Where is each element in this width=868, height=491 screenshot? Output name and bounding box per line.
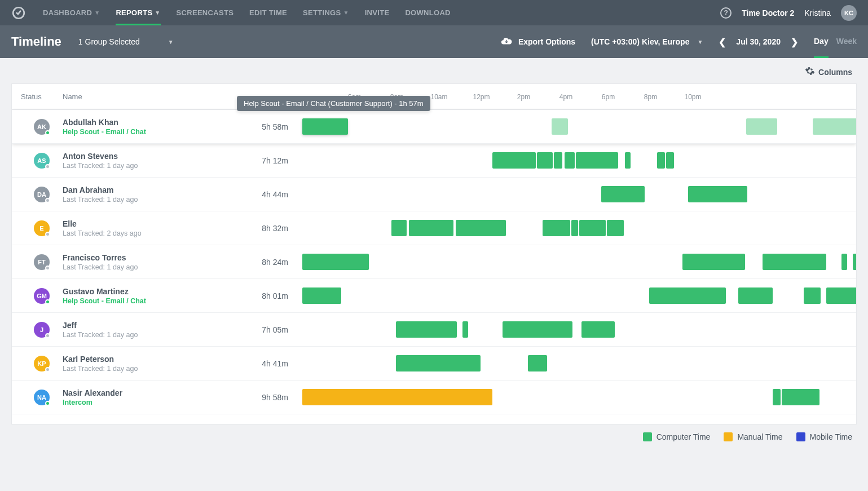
time-bar[interactable] — [738, 287, 773, 304]
table-row[interactable]: AKAbdullah KhanHelp Scout - Email / Chat… — [12, 110, 856, 144]
view-week-tab[interactable]: Week — [836, 37, 857, 47]
legend-computer: Computer Time — [643, 432, 711, 441]
time-bar[interactable] — [391, 220, 406, 236]
next-date-button[interactable]: ❯ — [791, 37, 798, 47]
time-bar[interactable] — [601, 186, 645, 202]
header-name[interactable]: Name — [63, 92, 221, 101]
user-name: Karl Peterson — [63, 355, 221, 364]
logo-icon[interactable] — [11, 6, 26, 20]
status-dot-icon — [45, 232, 50, 237]
time-bar[interactable] — [581, 321, 615, 338]
time-bar[interactable] — [396, 355, 481, 371]
time-bar[interactable] — [409, 220, 453, 236]
date-label[interactable]: Jul 30, 2020 — [736, 37, 781, 46]
legend: Computer Time Manual Time Mobile Time — [0, 428, 868, 449]
user-avatar: NA — [34, 390, 50, 405]
total-time: 7h 05m — [221, 325, 302, 334]
time-bar[interactable] — [528, 355, 547, 371]
time-bar[interactable] — [804, 287, 821, 304]
total-time: 7h 12m — [221, 156, 302, 165]
timezone-label: (UTC +03:00) Kiev, Europe — [591, 37, 689, 46]
user-name: Elle — [63, 219, 221, 228]
header-status[interactable]: Status — [12, 92, 63, 101]
user-avatar: GM — [34, 288, 50, 304]
total-time: 8h 24m — [221, 258, 302, 267]
nav-screencasts[interactable]: SCREENCASTS — [177, 0, 234, 25]
table-row[interactable]: EElleLast Tracked: 2 days ago8h 32m — [12, 211, 856, 245]
time-bar[interactable] — [554, 152, 562, 169]
user-name: Anton Stevens — [63, 152, 221, 161]
user-name[interactable]: Kristina — [804, 8, 831, 17]
prev-date-button[interactable]: ❮ — [719, 37, 726, 47]
time-bar[interactable] — [666, 152, 674, 169]
time-bar[interactable] — [688, 186, 748, 202]
time-bar[interactable] — [657, 152, 665, 169]
time-bar[interactable] — [773, 389, 781, 405]
time-bar[interactable] — [552, 118, 567, 135]
table-row[interactable]: DADan AbrahamLast Tracked: 1 day ago4h 4… — [12, 178, 856, 211]
nav-download[interactable]: DOWNLOAD — [405, 0, 450, 25]
user-name: Dan Abraham — [63, 185, 221, 194]
time-bar[interactable] — [607, 220, 624, 236]
time-bar[interactable] — [841, 254, 847, 270]
table-row[interactable]: GMGustavo MartinezHelp Scout - Email / C… — [12, 279, 856, 313]
nav-settings[interactable]: SETTINGS▼ — [303, 0, 349, 25]
time-bar[interactable] — [649, 287, 726, 304]
user-subtitle: Last Tracked: 2 days ago — [63, 229, 221, 237]
group-selector[interactable]: 1 Group Selected ▼ — [78, 37, 174, 46]
hour-label: 4pm — [545, 93, 587, 101]
time-bar[interactable] — [763, 254, 827, 270]
table-row[interactable]: JJeffLast Tracked: 1 day ago7h 05m — [12, 313, 856, 347]
time-bar[interactable] — [782, 389, 819, 405]
status-dot-icon — [45, 333, 50, 338]
time-bar[interactable] — [853, 254, 856, 270]
table-row[interactable]: NANasir AlexanderIntercom9h 58m — [12, 381, 856, 414]
time-bar[interactable] — [565, 152, 575, 169]
time-bar[interactable] — [543, 220, 570, 236]
timeline-cell — [302, 313, 856, 346]
user-avatar: AS — [34, 153, 50, 169]
help-icon[interactable]: ? — [720, 7, 732, 19]
time-bar[interactable] — [302, 389, 492, 405]
view-day-tab[interactable]: Day — [814, 37, 829, 47]
status-dot-icon — [45, 401, 50, 406]
time-bar[interactable] — [826, 287, 856, 304]
time-bar[interactable] — [302, 254, 369, 270]
table-row[interactable]: FTFrancisco TorresLast Tracked: 1 day ag… — [12, 245, 856, 279]
nav-reports[interactable]: REPORTS▼ — [116, 0, 160, 25]
time-bar[interactable] — [579, 220, 606, 236]
time-bar[interactable] — [456, 220, 506, 236]
time-bar[interactable] — [746, 118, 777, 135]
export-label: Export Options — [518, 37, 575, 46]
timezone-selector[interactable]: (UTC +03:00) Kiev, Europe ▼ — [591, 37, 703, 46]
total-time: 9h 58m — [221, 393, 302, 402]
nav-dashboard[interactable]: DASHBOARD▼ — [43, 0, 100, 25]
table-row[interactable]: ASAnton StevensLast Tracked: 1 day ago7h… — [12, 144, 856, 178]
table-row[interactable]: KPKarl PetersonLast Tracked: 1 day ago4h… — [12, 347, 856, 381]
time-bar[interactable] — [302, 287, 341, 304]
nav-invite[interactable]: INVITE — [365, 0, 390, 25]
legend-manual: Manual Time — [724, 432, 782, 441]
swatch-blue — [796, 432, 805, 441]
time-bar[interactable] — [302, 118, 348, 135]
chevron-down-icon: ▼ — [168, 39, 174, 45]
time-bar[interactable] — [503, 321, 572, 338]
total-time: 8h 01m — [221, 291, 302, 300]
time-bar[interactable] — [492, 152, 536, 169]
time-bar[interactable] — [571, 220, 578, 236]
time-bar[interactable] — [682, 254, 746, 270]
nav-edit time[interactable]: EDIT TIME — [249, 0, 287, 25]
time-bar[interactable] — [576, 152, 618, 169]
table-scroll-area[interactable]: Status Name 6am8am10am12pm2pm4pm6pm8pm10… — [12, 84, 856, 424]
user-avatar: DA — [34, 187, 50, 202]
columns-button[interactable]: Columns — [805, 66, 852, 78]
time-bar[interactable] — [396, 321, 457, 338]
time-bar[interactable] — [813, 118, 856, 135]
export-button[interactable]: Export Options — [500, 35, 575, 49]
user-avatar[interactable]: KC — [841, 5, 857, 21]
time-bar[interactable] — [537, 152, 553, 169]
status-dot-icon — [45, 367, 50, 372]
swatch-green — [643, 432, 652, 441]
time-bar[interactable] — [625, 152, 631, 169]
time-bar[interactable] — [462, 321, 468, 338]
